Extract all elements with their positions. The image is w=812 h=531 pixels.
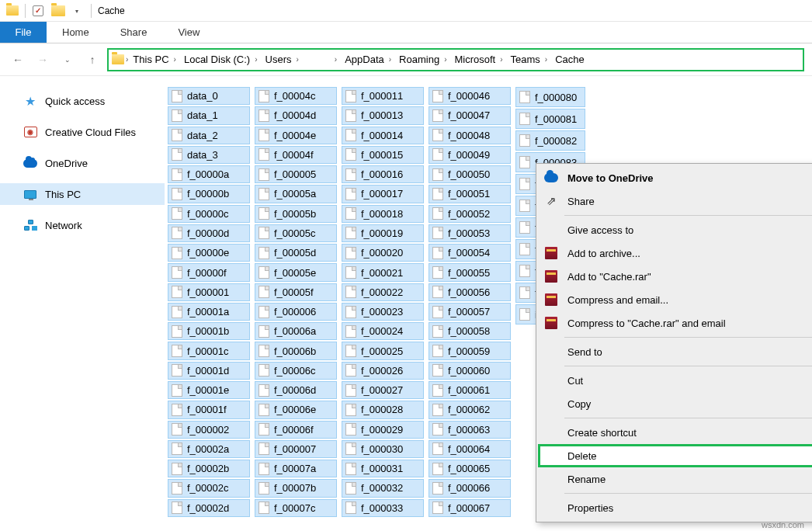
up-button[interactable]: ↑ <box>82 50 102 70</box>
file-item[interactable]: f_00004d <box>255 106 337 124</box>
file-item[interactable]: f_00005d <box>255 244 337 262</box>
file-item[interactable]: f_000051 <box>429 185 511 203</box>
file-item[interactable]: f_000050 <box>429 165 511 183</box>
file-item[interactable]: f_000061 <box>429 381 511 399</box>
file-item[interactable]: f_00000a <box>168 165 250 183</box>
file-item[interactable]: f_000002 <box>168 421 250 439</box>
file-item[interactable]: f_000025 <box>342 342 424 359</box>
file-item[interactable]: f_000066 <box>429 479 511 497</box>
file-item[interactable]: f_000058 <box>429 322 511 340</box>
file-item[interactable]: f_00001f <box>168 401 250 418</box>
chevron-right-icon[interactable]: › <box>335 55 337 64</box>
file-item[interactable]: f_00005f <box>255 283 337 301</box>
file-item[interactable]: f_000048 <box>429 127 511 144</box>
file-item[interactable]: f_000060 <box>429 362 511 380</box>
ctx-add-cache-rar[interactable]: Add to "Cache.rar" <box>538 265 812 288</box>
file-item[interactable]: f_000047 <box>429 106 511 124</box>
file-item[interactable]: f_00001d <box>168 362 250 380</box>
file-item[interactable]: f_000007 <box>255 440 337 458</box>
file-tab[interactable]: File <box>0 22 47 43</box>
back-button[interactable]: ← <box>8 50 28 70</box>
forward-button[interactable]: → <box>33 50 53 70</box>
file-item[interactable]: data_1 <box>168 106 250 124</box>
file-item[interactable]: f_000030 <box>342 440 424 458</box>
ctx-copy[interactable]: Copy <box>538 392 812 415</box>
ctx-send-to[interactable]: Send to› <box>538 340 812 363</box>
tab-view[interactable]: View <box>162 22 215 43</box>
file-item[interactable]: f_00004f <box>255 146 337 164</box>
file-item[interactable]: f_000027 <box>342 381 424 399</box>
file-item[interactable]: f_000028 <box>342 401 424 418</box>
ctx-compress-email[interactable]: Compress and email... <box>538 288 812 311</box>
chevron-right-icon[interactable]: › <box>545 55 547 64</box>
folder-qat-button[interactable] <box>49 2 68 19</box>
file-item[interactable]: f_000031 <box>342 460 424 477</box>
file-item[interactable]: data_3 <box>168 146 250 164</box>
file-item[interactable]: f_000018 <box>342 205 424 223</box>
file-item[interactable]: f_000021 <box>342 263 424 281</box>
file-item[interactable]: f_000062 <box>429 401 511 418</box>
file-item[interactable]: f_000024 <box>342 322 424 340</box>
file-item[interactable]: f_000065 <box>429 460 511 477</box>
file-item[interactable]: f_000033 <box>342 499 424 517</box>
file-item[interactable]: f_00001a <box>168 303 250 321</box>
history-dropdown[interactable]: ⌄ <box>57 50 78 70</box>
file-item[interactable]: f_00006b <box>255 342 337 359</box>
chevron-right-icon[interactable]: › <box>389 55 391 64</box>
file-item[interactable]: f_000049 <box>429 146 511 164</box>
file-item[interactable]: f_000057 <box>429 303 511 321</box>
file-item[interactable]: f_00006a <box>255 322 337 340</box>
ctx-delete[interactable]: Delete <box>538 444 812 467</box>
file-item[interactable]: f_00006e <box>255 401 337 418</box>
ctx-create-shortcut[interactable]: Create shortcut <box>538 421 812 444</box>
file-item[interactable]: f_00002c <box>168 479 250 497</box>
address-bar[interactable]: › This PC› Local Disk (C:)› Users› › App… <box>107 48 804 71</box>
file-item[interactable]: f_000053 <box>429 224 511 242</box>
file-item[interactable]: f_000032 <box>342 479 424 497</box>
file-item[interactable]: f_00004c <box>255 87 337 105</box>
file-item[interactable]: f_000001 <box>168 283 250 301</box>
file-item[interactable]: f_00005a <box>255 185 337 203</box>
file-item[interactable]: f_00000f <box>168 263 250 281</box>
ctx-give-access[interactable]: Give access to› <box>538 218 812 241</box>
file-item[interactable]: f_00005b <box>255 205 337 223</box>
file-item[interactable]: f_000006 <box>255 303 337 321</box>
file-item[interactable]: f_000026 <box>342 362 424 380</box>
tab-share[interactable]: Share <box>105 22 163 43</box>
file-item[interactable]: f_00000b <box>168 185 250 203</box>
sidebar-item-this-pc[interactable]: This PC <box>0 183 165 205</box>
file-item[interactable]: f_00002b <box>168 460 250 477</box>
file-item[interactable]: f_000029 <box>342 421 424 439</box>
file-item[interactable]: f_00006f <box>255 421 337 439</box>
sidebar-item-onedrive[interactable]: OneDrive <box>0 152 165 174</box>
chevron-right-icon[interactable]: › <box>500 55 502 64</box>
file-item[interactable]: f_00001e <box>168 381 250 399</box>
file-item[interactable]: f_000017 <box>342 185 424 203</box>
ctx-share[interactable]: ⇗Share <box>538 189 812 213</box>
file-item[interactable]: f_00002d <box>168 499 250 517</box>
ctx-properties[interactable]: Properties <box>538 496 812 519</box>
ctx-cut[interactable]: Cut <box>538 369 812 392</box>
ctx-rename[interactable]: Rename <box>538 467 812 491</box>
file-item[interactable]: f_000013 <box>342 106 424 124</box>
file-item[interactable]: f_000046 <box>429 87 511 105</box>
file-item[interactable]: f_00006d <box>255 381 337 399</box>
chevron-right-icon[interactable]: › <box>444 55 446 64</box>
file-item[interactable]: data_0 <box>168 87 250 105</box>
file-item[interactable]: f_000055 <box>429 263 511 281</box>
file-item[interactable]: f_000052 <box>429 205 511 223</box>
chevron-right-icon[interactable]: › <box>255 55 257 64</box>
file-item[interactable]: f_000064 <box>429 440 511 458</box>
file-item[interactable]: f_000014 <box>342 127 424 144</box>
file-item[interactable]: f_00004e <box>255 127 337 144</box>
sidebar-item-network[interactable]: Network <box>0 214 165 236</box>
file-item[interactable]: f_00007c <box>255 499 337 517</box>
chevron-right-icon[interactable]: › <box>126 55 128 64</box>
ctx-add-archive[interactable]: Add to archive... <box>538 241 812 265</box>
properties-qat-button[interactable]: ✓ <box>29 2 47 19</box>
file-item[interactable]: f_000016 <box>342 165 424 183</box>
file-item[interactable]: f_000022 <box>342 283 424 301</box>
file-item[interactable]: f_000011 <box>342 87 424 105</box>
file-item[interactable]: f_000067 <box>429 499 511 517</box>
file-item[interactable]: f_000056 <box>429 283 511 301</box>
